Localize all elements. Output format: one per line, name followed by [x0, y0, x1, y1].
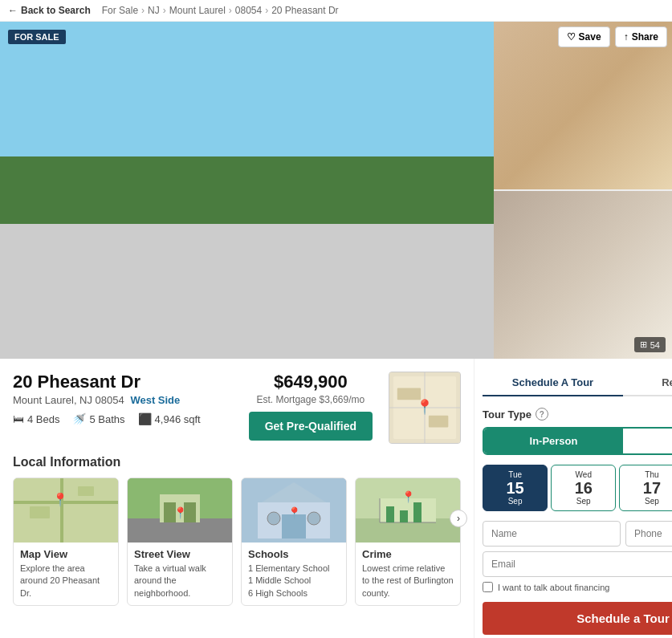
day-num-2: 17 — [623, 479, 672, 497]
day-num-1: 16 — [555, 479, 612, 497]
local-card-map[interactable]: 📍 Map View Explore the area around 20 Ph… — [13, 477, 119, 606]
local-card-street-image: 📍 — [128, 478, 232, 543]
local-card-street-body: Street View Take a virtual walk around t… — [128, 543, 232, 605]
side-photos: ♡ Save ↑ Share ⊞ 54 — [494, 22, 672, 359]
day-name-1: Wed — [555, 470, 612, 479]
month-1: Sep — [555, 497, 612, 506]
local-card-street-title: Street View — [134, 548, 226, 560]
share-icon: ↑ — [624, 31, 629, 43]
tab-schedule-tour[interactable]: Schedule A Tour — [483, 370, 623, 396]
local-card-map-title: Map View — [20, 548, 112, 560]
date-cell-2[interactable]: Thu 17 Sep — [619, 465, 672, 511]
local-card-map-image: 📍 — [14, 478, 118, 543]
save-button[interactable]: ♡ Save — [558, 26, 610, 47]
date-selector: Tue 15 Sep Wed 16 Sep Thu 17 Sep Fri 18 … — [483, 465, 672, 511]
breadcrumb-mount-laurel[interactable]: Mount Laurel — [169, 5, 226, 16]
beds-stat: 🛏 4 Beds — [13, 412, 59, 425]
month-2: Sep — [623, 497, 672, 506]
bed-icon: 🛏 — [13, 412, 24, 425]
property-stats: 🛏 4 Beds 🚿 5 Baths ⬛ 4,946 sqft — [13, 412, 233, 425]
save-label: Save — [579, 31, 601, 43]
sqft-value: 4,946 sqft — [155, 413, 201, 425]
tour-type-selector: In-Person Virtual — [483, 427, 672, 455]
prequalify-button[interactable]: Get Pre-Qualified — [249, 412, 373, 441]
back-arrow-icon: ← — [8, 5, 18, 16]
sqft-stat: ⬛ 4,946 sqft — [138, 412, 201, 425]
svg-rect-12 — [78, 486, 94, 496]
local-card-street[interactable]: 📍 Street View Take a virtual walk around… — [127, 477, 233, 606]
property-address: 20 Pheasant Dr — [13, 372, 233, 392]
local-card-map-text: Explore the area around 20 Pheasant Dr. — [20, 563, 112, 599]
for-sale-badge: FOR SALE — [8, 30, 66, 44]
city-state-zip: Mount Laurel, NJ 08054 — [13, 394, 124, 406]
main-content: 20 Pheasant Dr Mount Laurel, NJ 08054 We… — [0, 359, 672, 638]
share-button[interactable]: ↑ Share — [615, 26, 667, 47]
baths-stat: 🚿 5 Baths — [72, 412, 124, 425]
local-card-schools-body: Schools 1 Elementary School 1 Middle Sch… — [242, 543, 346, 605]
svg-text:📍: 📍 — [287, 506, 302, 520]
local-cards-container: 📍 Map View Explore the area around 20 Ph… — [13, 477, 461, 606]
nav-bar: ← Back to Search For Sale › NJ › Mount L… — [0, 0, 672, 22]
local-info-title: Local Information — [13, 455, 461, 469]
local-card-crime-title: Crime — [362, 548, 454, 560]
carousel-next-arrow[interactable]: › — [450, 510, 467, 527]
svg-rect-34 — [413, 502, 422, 522]
local-information-section: Local Information 📍 — [13, 455, 461, 606]
baths-value: 5 Baths — [89, 413, 124, 425]
tour-type-help-icon[interactable]: ? — [536, 408, 548, 421]
side-photo-bottom[interactable]: ⊞ 54 — [494, 191, 672, 359]
svg-rect-33 — [400, 510, 408, 522]
svg-text:📍: 📍 — [52, 492, 68, 507]
back-to-search-label: Back to Search — [21, 5, 91, 16]
left-panel: 20 Pheasant Dr Mount Laurel, NJ 08054 We… — [0, 359, 474, 638]
day-name-2: Thu — [623, 470, 672, 479]
local-card-crime-image: 📍 — [356, 478, 460, 543]
bath-icon: 🚿 — [72, 412, 86, 425]
name-input[interactable] — [483, 521, 621, 547]
breadcrumb-for-sale[interactable]: For Sale — [102, 5, 138, 16]
breadcrumb-nj[interactable]: NJ — [148, 5, 160, 16]
local-card-schools-image: 📍 — [242, 478, 346, 543]
property-price: $649,900 — [249, 372, 373, 392]
local-card-crime-body: Crime Lowest crime relative to the rest … — [356, 543, 460, 605]
phone-input[interactable] — [625, 521, 672, 547]
svg-text:📍: 📍 — [173, 506, 188, 520]
date-cell-1[interactable]: Wed 16 Sep — [551, 465, 616, 511]
photo-count-icon: ⊞ — [640, 339, 647, 350]
svg-point-25 — [307, 512, 320, 525]
breadcrumb-zip[interactable]: 08054 — [235, 5, 262, 16]
email-input[interactable] — [483, 551, 672, 577]
area-icon: ⬛ — [138, 412, 152, 425]
local-card-crime-text: Lowest crime relative to the rest of Bur… — [362, 563, 454, 599]
side-photo-top[interactable]: ♡ Save ↑ Share — [494, 22, 672, 189]
svg-rect-11 — [30, 506, 50, 518]
local-card-crime[interactable]: 📍 Crime Lowest crime relative to the res… — [355, 477, 461, 606]
local-card-schools-text: 1 Elementary School 1 Middle School 6 Hi… — [248, 563, 340, 599]
neighborhood-link[interactable]: West Side — [130, 394, 180, 406]
tour-type-label: Tour Type ? — [483, 408, 672, 421]
main-photo[interactable]: FOR SALE — [0, 22, 494, 359]
svg-text:📍: 📍 — [416, 398, 434, 416]
date-cell-0[interactable]: Tue 15 Sep — [483, 465, 548, 511]
mortgage-estimate: Est. Mortgage $3,669/mo — [249, 394, 373, 405]
financing-checkbox[interactable] — [483, 582, 493, 592]
property-location: Mount Laurel, NJ 08054 West Side — [13, 394, 233, 406]
map-thumbnail[interactable]: 📍 — [389, 372, 461, 444]
share-label: Share — [632, 31, 658, 43]
tour-type-virtual[interactable]: Virtual — [623, 429, 672, 453]
local-card-schools[interactable]: 📍 Schools 1 Elementary School 1 Middle S… — [241, 477, 347, 606]
schedule-tour-button[interactable]: Schedule a Tour — [483, 602, 672, 635]
tab-request-info[interactable]: Request Info — [623, 370, 672, 396]
right-panel: Schedule A Tour Request Info Tour Type ?… — [474, 359, 672, 638]
local-card-schools-title: Schools — [248, 548, 340, 560]
financing-checkbox-row: I want to talk about financing — [483, 582, 672, 592]
day-num-0: 15 — [487, 479, 544, 497]
local-card-map-body: Map View Explore the area around 20 Phea… — [14, 543, 118, 605]
svg-text:📍: 📍 — [401, 490, 416, 504]
name-phone-row — [483, 521, 672, 547]
month-0: Sep — [487, 497, 544, 506]
property-info: 20 Pheasant Dr Mount Laurel, NJ 08054 We… — [13, 372, 233, 425]
tour-type-in-person[interactable]: In-Person — [484, 429, 623, 453]
back-to-search-link[interactable]: ← Back to Search — [8, 5, 91, 16]
svg-rect-32 — [386, 506, 394, 522]
